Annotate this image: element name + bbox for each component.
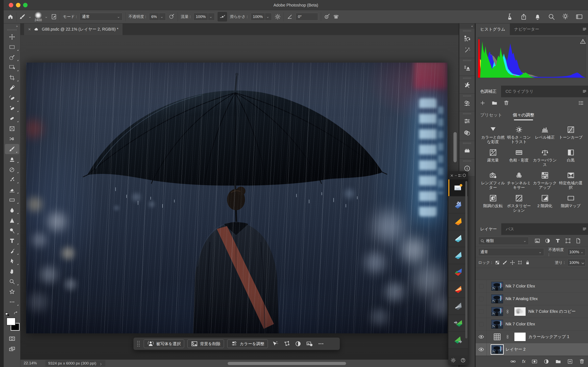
filter-adjustment-layers-icon[interactable] [545, 238, 550, 244]
close-tab-icon[interactable]: × [28, 27, 31, 32]
layer-row[interactable]: カラールックアップ 1 [476, 331, 588, 343]
nik-settings-icon[interactable] [458, 174, 462, 177]
layer-name[interactable]: Nik 7 Color Efex [506, 284, 535, 289]
panel-menu-icon[interactable] [582, 89, 587, 94]
photo-canvas[interactable] [26, 63, 448, 333]
layer-blend-mode-select[interactable]: 通常 [478, 248, 544, 256]
add-mask-icon[interactable] [532, 359, 537, 364]
lock-position-icon[interactable] [510, 260, 515, 265]
panel-menu-icon[interactable] [582, 226, 587, 232]
subtab-presets[interactable]: プリセット [480, 112, 502, 118]
layer-mask-thumbnail[interactable] [514, 307, 526, 316]
visibility-toggle-empty[interactable] [476, 292, 487, 305]
history-undo-panel-icon[interactable] [459, 33, 475, 44]
wrench-panel-icon[interactable] [459, 80, 475, 92]
toolbar-expand-chevrons[interactable]: » [4, 24, 20, 29]
tool-marquee[interactable] [4, 42, 20, 52]
lock-artboard-icon[interactable] [518, 260, 522, 265]
minimize-icon[interactable] [454, 174, 458, 177]
share-icon[interactable] [520, 13, 527, 20]
dock-grip[interactable] [459, 95, 475, 98]
default-colors-icon[interactable] [5, 312, 11, 316]
distort-button[interactable] [283, 341, 290, 347]
opacity-field[interactable]: 6% [149, 13, 166, 21]
notifications-bell-icon[interactable] [534, 13, 541, 20]
tool-zoom-tool[interactable] [4, 276, 20, 287]
subject-person-button[interactable]: 被写体を選択 [144, 340, 184, 348]
new-group-icon[interactable] [555, 359, 561, 364]
nik-recent-out-item[interactable] [448, 332, 468, 349]
stamp-list-panel-icon[interactable] [459, 62, 475, 74]
layer-thumbnail[interactable] [491, 345, 503, 354]
layer-opacity-field[interactable]: 100% [567, 248, 586, 256]
document-size-readout[interactable]: 9324 px x 6000 px (300 ppi) [45, 360, 105, 366]
smoothing-field[interactable]: 100% [251, 13, 272, 21]
nik-sharpener-item[interactable] [448, 247, 468, 264]
remove-bg-button[interactable]: 背景を削除 [187, 340, 224, 348]
beta-flask-icon[interactable] [506, 13, 513, 20]
chevron-down-icon[interactable] [28, 15, 32, 18]
angle-field[interactable]: 0° [296, 13, 318, 21]
brush-preset-icon[interactable] [19, 14, 26, 20]
tool-eyedropper[interactable] [4, 83, 20, 93]
layer-row[interactable]: Nik 7 Color Efex のコピー [476, 305, 588, 318]
vertical-scrollbar[interactable] [453, 132, 457, 162]
mask-link-icon[interactable] [506, 334, 510, 340]
quick-mask-icon[interactable] [8, 335, 16, 342]
nik-recent-in-item[interactable] [448, 315, 468, 332]
tab-layers[interactable]: レイヤー [476, 223, 501, 235]
layer-mask-thumbnail[interactable] [514, 332, 526, 341]
layer-thumbnail[interactable] [491, 294, 503, 303]
nik-viveza-item[interactable] [448, 213, 468, 230]
sliders-panel-icon[interactable] [459, 115, 475, 127]
tab-histogram[interactable]: ヒストグラム [476, 24, 510, 35]
filter-pixel-layers-icon[interactable] [535, 238, 540, 244]
adjustment-lookup[interactable]: カラールックアップ [533, 171, 557, 190]
foreground-color-swatch[interactable] [7, 318, 16, 325]
adjustment-bw[interactable]: 白黒 [559, 149, 583, 167]
gear-icon[interactable] [275, 14, 281, 20]
dock-grip[interactable] [459, 30, 475, 33]
folder-icon[interactable] [492, 100, 497, 106]
layer-thumbnail[interactable] [491, 307, 503, 316]
delete-layer-icon[interactable] [579, 359, 585, 364]
tool-brush[interactable] [5, 144, 19, 154]
tool-healing-brush[interactable] [4, 113, 20, 124]
lock-all-icon[interactable] [525, 260, 530, 265]
adjust-color-button[interactable]: カラーを調整 [227, 340, 268, 348]
half-button[interactable] [295, 341, 301, 347]
tool-pen[interactable] [4, 246, 20, 256]
adjustment-levels[interactable]: レベル補正 [533, 126, 557, 144]
tool-move[interactable] [4, 32, 20, 42]
horizontal-scrollbar[interactable] [228, 362, 346, 365]
layer-name[interactable]: カラールックアップ 1 [528, 334, 569, 340]
wand-panel-icon[interactable] [459, 44, 475, 56]
layer-row[interactable]: Nik 7 Color Efex [476, 318, 588, 331]
tool-spot-healing[interactable] [4, 103, 20, 113]
tool-selection-brush[interactable] [4, 52, 20, 62]
adjustment-posterize[interactable]: ポスタリゼーション [507, 194, 531, 213]
layer-name[interactable]: Nik 7 Analog Efex [506, 296, 538, 301]
visibility-toggle-empty[interactable] [476, 318, 487, 330]
pressure-size-icon[interactable] [324, 14, 330, 20]
adjustment-curves[interactable]: トーンカーブ [559, 126, 583, 144]
tool-path-selection[interactable] [4, 256, 20, 266]
brush-tip-picker[interactable]: 2400 [35, 12, 42, 22]
nik-messages-item[interactable] [448, 179, 468, 196]
home-icon[interactable] [7, 14, 13, 20]
toolbar-grip[interactable] [4, 29, 20, 32]
adjustment-balance[interactable]: カラーバランス [533, 149, 557, 167]
help-icon[interactable] [460, 358, 466, 363]
screen-mode-icon[interactable] [8, 346, 16, 353]
tool-type[interactable] [4, 236, 20, 246]
adjustment-brightness[interactable]: 明るさ・コントラスト [507, 126, 531, 144]
link-layers-icon[interactable] [510, 359, 516, 364]
lock-transparency-icon[interactable] [495, 260, 500, 265]
adjustment-photofilter[interactable]: レンズフィルター [481, 171, 505, 190]
lego-panel-icon[interactable] [459, 145, 475, 157]
sparkle-cursor-button[interactable] [272, 341, 278, 347]
adjustment-mixer[interactable]: チャンネルミキサー [507, 171, 531, 190]
layer-row[interactable]: Nik 7 Color Efex [476, 280, 588, 292]
tool-custom-shape[interactable] [4, 287, 20, 297]
adjustment-threshold[interactable]: 2 階調化 [533, 194, 557, 213]
